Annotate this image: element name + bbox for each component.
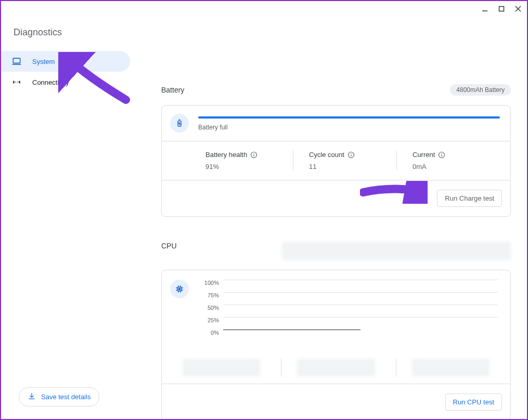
metric-label: Cycle count (309, 151, 344, 159)
metric-label: Current (413, 151, 435, 159)
y-tick: 100% (198, 280, 219, 292)
cpu-icon (170, 280, 189, 298)
cpu-section-header: CPU (161, 242, 511, 260)
y-tick: 50% (198, 305, 219, 317)
save-test-details-button[interactable]: Save test details (19, 387, 99, 406)
battery-section-title: Battery (161, 86, 184, 94)
run-cpu-test-button[interactable]: Run CPU test (445, 393, 502, 411)
svg-rect-1 (499, 7, 504, 11)
battery-section-header: Battery 4800mAh Battery (161, 84, 511, 96)
redacted-metric (183, 359, 260, 376)
svg-rect-22 (179, 288, 181, 290)
svg-point-9 (17, 82, 18, 83)
info-icon[interactable] (347, 151, 355, 159)
window-controls (480, 4, 523, 14)
svg-point-20 (442, 153, 442, 153)
laptop-icon (11, 56, 22, 67)
svg-marker-6 (13, 81, 15, 84)
battery-status-text: Battery full (198, 124, 500, 131)
cpu-graph: 100% 75% 50% 25% 0% (198, 280, 500, 342)
minimize-button[interactable] (480, 4, 490, 14)
battery-icon (170, 114, 189, 133)
sidebar-item-label: System (32, 58, 55, 65)
redacted-metric (412, 359, 490, 376)
cpu-card: 100% 75% 50% 25% 0% (161, 270, 511, 420)
battery-progress-bar (198, 116, 500, 119)
ethernet-icon (11, 77, 22, 87)
metric-label: Battery health (205, 151, 247, 159)
svg-point-8 (16, 82, 17, 83)
maximize-button[interactable] (497, 4, 506, 14)
close-button[interactable] (513, 4, 523, 14)
info-icon[interactable] (250, 151, 257, 159)
svg-point-17 (351, 153, 351, 153)
svg-marker-7 (18, 81, 20, 84)
main-content: Battery 4800mAh Battery Battery full Bat… (161, 84, 511, 420)
battery-card: Battery full Battery health 91% Cycle co… (161, 105, 511, 217)
save-button-label: Save test details (41, 393, 91, 401)
battery-metrics: Battery health 91% Cycle count 11 Curren… (162, 141, 510, 180)
run-charge-test-button[interactable]: Run Charge test (437, 190, 502, 207)
cpu-section-title: CPU (161, 242, 177, 250)
sidebar-item-label: Connectivity (32, 78, 69, 86)
download-icon (28, 392, 36, 402)
redacted-metric (297, 359, 375, 376)
metric-value: 11 (309, 163, 386, 170)
sidebar-item-connectivity[interactable]: Connectivity (1, 72, 130, 93)
metric-value: 91% (205, 163, 282, 170)
metric-value: 0mA (413, 163, 490, 170)
info-icon[interactable] (438, 151, 445, 159)
y-tick: 0% (198, 330, 219, 342)
y-tick: 75% (198, 292, 219, 305)
cpu-metrics (162, 351, 510, 384)
battery-capacity-chip: 4800mAh Battery (450, 84, 511, 96)
y-tick: 25% (198, 317, 219, 330)
redacted-cpu-model (282, 242, 511, 260)
page-title: Diagnostics (14, 27, 62, 38)
svg-rect-4 (13, 58, 20, 63)
sidebar: System Connectivity (1, 51, 130, 93)
sidebar-item-system[interactable]: System (1, 51, 130, 72)
svg-point-14 (254, 153, 254, 153)
